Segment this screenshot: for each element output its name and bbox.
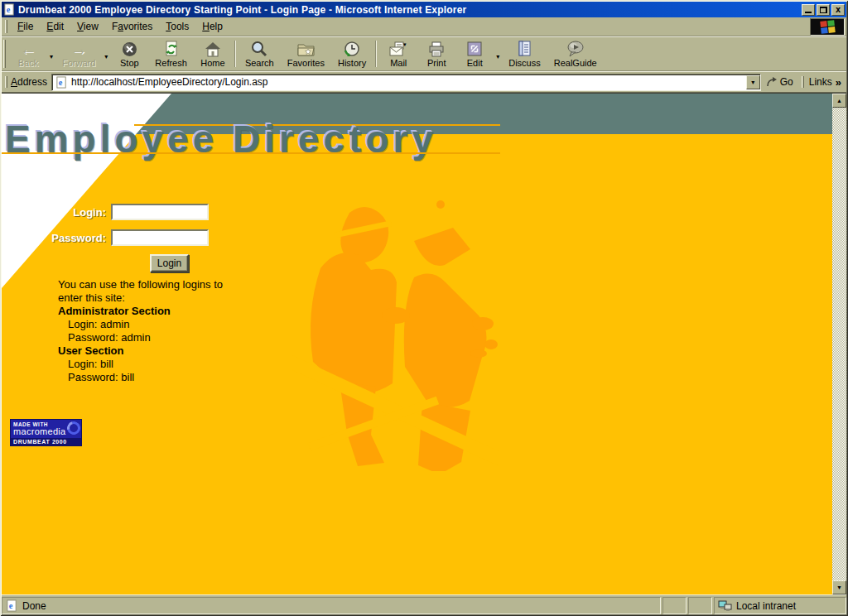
ie-app-icon: e bbox=[3, 3, 16, 16]
history-icon bbox=[344, 41, 360, 57]
edit-icon bbox=[467, 41, 482, 57]
menu-help[interactable]: Help bbox=[195, 18, 229, 35]
browser-window: e Drumbeat 2000 Employee Directory Start… bbox=[0, 0, 848, 616]
status-pane-empty bbox=[662, 597, 687, 614]
home-button[interactable]: Home bbox=[194, 38, 232, 70]
address-bar: Address e ▾ Go Links » bbox=[2, 71, 846, 93]
close-icon: x bbox=[836, 5, 841, 14]
status-bar: e Done Local intranet bbox=[2, 594, 846, 614]
menu-view[interactable]: View bbox=[70, 18, 105, 35]
stop-icon bbox=[122, 41, 137, 57]
standard-toolbar: ← Back ▾ → Forward ▾ Stop bbox=[2, 36, 846, 71]
search-button[interactable]: Search bbox=[238, 38, 281, 70]
discuss-button[interactable]: Discuss bbox=[502, 38, 547, 70]
minimize-icon bbox=[805, 12, 812, 13]
links-bar[interactable]: Links » bbox=[807, 76, 845, 89]
links-chevron-icon: » bbox=[836, 76, 841, 89]
local-intranet-icon bbox=[718, 600, 732, 612]
ie-throbber-logo bbox=[810, 18, 845, 36]
login-button[interactable]: Login bbox=[150, 254, 189, 272]
mail-button[interactable]: ▾ Mail bbox=[379, 38, 417, 70]
instruction-line: enter this site: bbox=[58, 291, 223, 305]
admin-section-heading: Administrator Section bbox=[58, 305, 223, 318]
password-label: Password: bbox=[2, 232, 111, 244]
edit-dropdown[interactable]: ▾ bbox=[494, 38, 502, 70]
menu-file[interactable]: File bbox=[11, 18, 40, 35]
refresh-icon bbox=[164, 41, 179, 57]
print-icon bbox=[428, 41, 445, 57]
password-input[interactable] bbox=[111, 229, 209, 246]
menu-bar: File Edit View Favorites Tools Help bbox=[2, 17, 846, 36]
realguide-button[interactable]: RealGuide bbox=[547, 38, 604, 70]
back-dropdown[interactable]: ▾ bbox=[47, 38, 55, 70]
menu-edit[interactable]: Edit bbox=[40, 18, 70, 35]
address-label: Address bbox=[11, 76, 47, 88]
favorites-icon bbox=[297, 41, 315, 57]
badge-product: DRUMBEAT 2000 bbox=[11, 438, 81, 445]
status-text: Done bbox=[22, 600, 46, 612]
login-instructions: You can use the following logins to ente… bbox=[58, 278, 223, 384]
home-icon bbox=[205, 41, 221, 57]
ie-page-icon: e bbox=[6, 599, 18, 612]
user-login-hint: Login: bill bbox=[58, 358, 223, 371]
vertical-scrollbar[interactable]: ▲ ▼ bbox=[832, 93, 846, 594]
scroll-down-button[interactable]: ▼ bbox=[832, 580, 846, 594]
instruction-line: You can use the following logins to bbox=[58, 278, 223, 291]
svg-text:e: e bbox=[9, 601, 13, 610]
close-button[interactable]: x bbox=[831, 4, 845, 16]
minimize-button[interactable] bbox=[802, 4, 815, 16]
back-icon: ← bbox=[20, 41, 36, 57]
status-pane-empty bbox=[688, 597, 712, 614]
user-section-heading: User Section bbox=[58, 344, 223, 358]
menu-tools[interactable]: Tools bbox=[159, 18, 195, 35]
svg-text:▾: ▾ bbox=[403, 41, 407, 47]
window-title: Drumbeat 2000 Employee Directory Startin… bbox=[18, 4, 802, 16]
stop-button[interactable]: Stop bbox=[110, 38, 148, 70]
edit-button[interactable]: Edit bbox=[455, 38, 494, 70]
user-password-hint: Password: bill bbox=[58, 371, 223, 384]
links-grip[interactable] bbox=[802, 76, 804, 88]
drumbeat-badge: MADE WITH macromedia DRUMBEAT 2000 bbox=[10, 419, 82, 446]
dancers-graphic bbox=[292, 190, 499, 471]
favorites-button[interactable]: Favorites bbox=[281, 38, 331, 70]
discuss-icon bbox=[517, 41, 532, 57]
search-icon bbox=[251, 41, 267, 57]
svg-text:e: e bbox=[59, 78, 63, 87]
toolbar-grip[interactable] bbox=[3, 40, 6, 68]
scroll-up-button[interactable]: ▲ bbox=[832, 94, 846, 108]
go-button[interactable]: Go bbox=[761, 75, 800, 89]
admin-login-hint: Login: admin bbox=[58, 318, 223, 331]
scrollbar-track[interactable] bbox=[832, 108, 846, 580]
login-input[interactable] bbox=[111, 204, 209, 220]
menubar-grip[interactable] bbox=[5, 20, 7, 32]
status-pane: e Done bbox=[2, 597, 661, 614]
toolbar-separator bbox=[375, 41, 377, 67]
address-field[interactable]: e ▾ bbox=[51, 74, 761, 91]
header-rule-bottom bbox=[2, 152, 500, 154]
svg-text:e: e bbox=[7, 5, 11, 14]
restore-button[interactable] bbox=[817, 4, 830, 16]
security-zone-pane: Local intranet bbox=[714, 597, 846, 614]
addressbar-grip[interactable] bbox=[5, 76, 7, 88]
history-button[interactable]: History bbox=[331, 38, 373, 70]
realguide-icon bbox=[566, 41, 585, 57]
refresh-button[interactable]: Refresh bbox=[148, 38, 194, 70]
menu-favorites[interactable]: Favorites bbox=[105, 18, 159, 35]
go-arrow-icon bbox=[766, 76, 778, 88]
title-bar[interactable]: e Drumbeat 2000 Employee Directory Start… bbox=[2, 2, 846, 17]
windows-flag-icon bbox=[820, 20, 835, 34]
zone-text: Local intranet bbox=[736, 600, 796, 612]
back-button[interactable]: ← Back bbox=[9, 38, 47, 70]
forward-dropdown[interactable]: ▾ bbox=[102, 38, 110, 70]
address-input[interactable] bbox=[71, 76, 746, 88]
ie-page-icon: e bbox=[55, 76, 68, 89]
admin-password-hint: Password: admin bbox=[58, 331, 223, 344]
page-content: Employee Directory Login: Password: Logi… bbox=[2, 93, 832, 594]
print-button[interactable]: Print bbox=[417, 38, 455, 70]
forward-button[interactable]: → Forward bbox=[55, 38, 102, 70]
mail-icon: ▾ bbox=[389, 41, 407, 57]
page-title: Employee Directory bbox=[5, 117, 437, 161]
toolbar-separator bbox=[234, 41, 236, 67]
forward-icon: → bbox=[70, 41, 87, 57]
address-dropdown[interactable]: ▾ bbox=[746, 75, 760, 89]
